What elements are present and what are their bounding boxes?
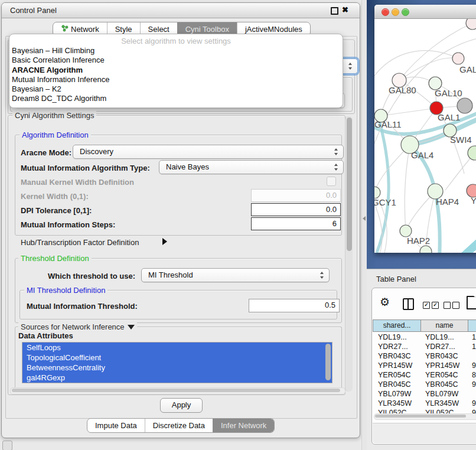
network-node-gal[interactable]: [452, 53, 464, 64]
table-cell[interactable]: YDL19...: [420, 332, 467, 342]
table-cell[interactable]: YBL079W: [420, 389, 467, 399]
scrollbar-thumb[interactable]: [347, 118, 352, 251]
document-icon[interactable]: [467, 296, 476, 309]
table-cell[interactable]: YER054C: [373, 370, 420, 380]
attribute-item[interactable]: gal4RGexp: [22, 373, 332, 383]
algorithm-option[interactable]: Basic Correlation Inference: [9, 56, 343, 65]
checkbox-checked-icon[interactable]: ✓: [432, 302, 439, 309]
table-cell[interactable]: YBR043C: [373, 351, 420, 361]
column-header-a[interactable]: A: [468, 319, 476, 332]
apply-button[interactable]: Apply: [160, 398, 203, 413]
table-cell[interactable]: 9.: [467, 380, 476, 389]
attribute-item[interactable]: SelfLoops: [22, 343, 332, 353]
network-node[interactable]: [420, 246, 432, 253]
manual-kernel-checkbox[interactable]: [327, 177, 336, 186]
algorithm-option[interactable]: ARACNE Algorithm: [9, 66, 343, 75]
node-label: GCY1: [374, 197, 396, 207]
table-row[interactable]: YER054CYER054C8.: [373, 370, 476, 380]
checkbox-unchecked-icon[interactable]: [444, 302, 451, 309]
table-cell[interactable]: 9.: [467, 361, 476, 370]
algorithm-option[interactable]: Bayesian – K2: [9, 84, 343, 94]
column-header-shared-[interactable]: shared...: [373, 319, 421, 332]
algorithm-option[interactable]: Bayesian – Hill Climbing: [9, 46, 343, 56]
table-cell[interactable]: YBR045C: [420, 380, 467, 389]
which-threshold-label: Which threshold to use:: [48, 272, 135, 281]
network-node-gcy1[interactable]: [374, 187, 380, 198]
table-cell[interactable]: 9.: [467, 399, 476, 408]
network-edge[interactable]: [374, 51, 458, 85]
aracne-mode-combobox[interactable]: Discovery: [73, 145, 344, 159]
network-node[interactable]: [457, 98, 472, 113]
column-header-name[interactable]: name: [420, 319, 468, 332]
close-traffic-light-icon[interactable]: [382, 8, 389, 16]
network-node[interactable]: [468, 146, 476, 160]
float-window-icon[interactable]: [331, 7, 338, 15]
table-cell[interactable]: YPR145W: [420, 361, 467, 370]
table-cell[interactable]: YLR345W: [420, 399, 467, 408]
control-panel-title: Control Panel: [10, 6, 57, 15]
mi-type-combobox[interactable]: Naive Bayes: [159, 160, 344, 174]
network-edge[interactable]: [452, 227, 476, 253]
list-scrollbar-thumb[interactable]: [325, 344, 331, 380]
network-node-hap2[interactable]: [400, 225, 412, 237]
table-cell[interactable]: YDL19...: [373, 332, 420, 342]
table-cell[interactable]: 8.: [467, 370, 476, 380]
settings-vertical-scrollbar[interactable]: [345, 116, 353, 392]
table-row[interactable]: YDL19...YDL19...13: [373, 332, 476, 342]
table-cell[interactable]: [467, 351, 476, 361]
table-cell[interactable]: YER054C: [420, 370, 467, 380]
algorithm-option[interactable]: Mutual Information Inference: [9, 75, 343, 84]
desktop-area: GALGAL80GAL10GAL1GAL11SWI4GAL4GCY1HAP4YH…: [367, 0, 476, 450]
mi-threshold-field[interactable]: 0.5: [249, 299, 340, 312]
settings-horizontal-scrollbar[interactable]: [10, 387, 345, 394]
divider-collapse-icon[interactable]: [363, 216, 366, 221]
minimize-traffic-light-icon[interactable]: [392, 8, 399, 16]
attribute-item[interactable]: BetweennessCentrality: [22, 363, 332, 373]
scrollbar-thumb[interactable]: [12, 389, 340, 392]
checkbox-checked-icon[interactable]: ✓: [423, 302, 430, 309]
algorithm-option[interactable]: Dream8 DC_TDC Algorithm: [9, 94, 343, 103]
sources-group-title[interactable]: Sources for Network Inference: [18, 322, 137, 331]
table-row[interactable]: YPR145WYPR145W9.: [373, 361, 476, 370]
checkbox-unchecked-icon[interactable]: [452, 302, 459, 309]
mi-steps-field[interactable]: 6: [251, 217, 341, 230]
tab-infer-network[interactable]: Infer Network: [213, 419, 274, 432]
table-cell[interactable]: YBR043C: [420, 351, 467, 361]
zoom-traffic-light-icon[interactable]: [402, 8, 409, 16]
network-node[interactable]: [466, 19, 476, 30]
dpi-tolerance-field[interactable]: 0.0: [251, 203, 341, 216]
expander-arrow-icon[interactable]: [162, 238, 167, 245]
table-horizontal-scrollbar[interactable]: [374, 413, 476, 420]
kernel-width-field[interactable]: 0.0: [251, 189, 341, 202]
table-cell[interactable]: YLR345W: [373, 399, 420, 408]
network-edge[interactable]: [399, 58, 458, 80]
table-cell[interactable]: YBR045C: [373, 380, 420, 389]
table-cell[interactable]: 12: [467, 342, 476, 351]
table-row[interactable]: YBR043CYBR043C: [373, 351, 476, 361]
table-cell[interactable]: YDR27...: [420, 342, 467, 351]
columns-icon[interactable]: [403, 298, 414, 310]
hub-definition-expander[interactable]: Hub/Transcription Factor Definition: [21, 238, 139, 247]
algorithm-definition-title: Algorithm Definition: [19, 131, 91, 139]
network-canvas[interactable]: GALGAL80GAL10GAL1GAL11SWI4GAL4GCY1HAP4YH…: [374, 19, 476, 253]
table-cell[interactable]: 13: [467, 332, 476, 342]
tab-impute-data[interactable]: Impute Data: [87, 419, 145, 432]
table-body: YDL19...YDL19...13YDR27...YDR27...12YBR0…: [373, 332, 476, 418]
attribute-item[interactable]: TopologicalCoefficient: [22, 353, 332, 363]
gear-icon[interactable]: ⚙: [380, 295, 390, 309]
table-cell[interactable]: [467, 389, 476, 399]
table-row[interactable]: YLR345WYLR345W9.: [373, 399, 476, 408]
table-cell[interactable]: YDR27...: [373, 342, 420, 351]
mi-steps-label: Mutual Information Steps:: [21, 220, 115, 229]
minimized-panel-icon[interactable]: [2, 441, 12, 450]
which-threshold-combobox[interactable]: MI Threshold: [141, 268, 330, 282]
table-cell[interactable]: YPR145W: [373, 361, 420, 370]
network-edge[interactable]: [405, 145, 410, 231]
table-row[interactable]: YBL079WYBL079W: [373, 389, 476, 399]
table-cell[interactable]: YBL079W: [373, 389, 420, 399]
table-row[interactable]: YDR27...YDR27...12: [373, 342, 476, 351]
tab-discretize-data[interactable]: Discretize Data: [145, 419, 213, 432]
close-icon[interactable]: ✖: [342, 5, 348, 15]
scrollbar-thumb[interactable]: [375, 415, 466, 418]
table-row[interactable]: YBR045CYBR045C9.: [373, 380, 476, 389]
